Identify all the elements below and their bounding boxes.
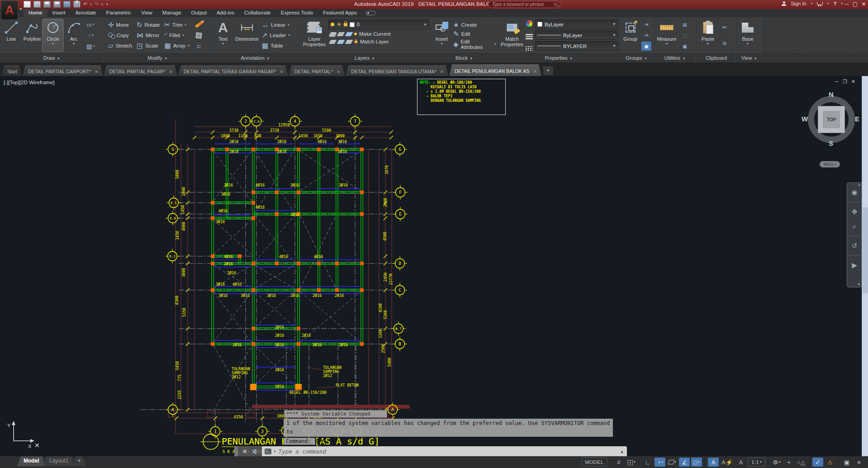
- edit-attributes-button[interactable]: ◈Edit Attributes▾: [452, 38, 497, 50]
- lasso-icon[interactable]: ⊂: [194, 42, 204, 51]
- mirror-button[interactable]: ⋈Mirror: [135, 30, 161, 41]
- cut-icon[interactable]: ✂: [720, 23, 730, 32]
- object-snap-tracking-toggle[interactable]: ∠: [679, 458, 690, 467]
- edit-block-button[interactable]: ✎Edit: [452, 29, 497, 38]
- copy-button[interactable]: Copy: [107, 30, 133, 41]
- annotation-monitor-toggle[interactable]: A: [735, 458, 746, 467]
- doc-minimize-icon[interactable]: ─: [835, 79, 839, 85]
- layer-combo[interactable]: ☀ 0 ▼: [328, 19, 429, 29]
- customization-menu-toggle[interactable]: ≡: [854, 458, 864, 467]
- annotation-scale-caret-icon[interactable]: ▾: [760, 460, 762, 464]
- panel-label-block[interactable]: Block▼: [431, 54, 498, 62]
- circle-caret-icon[interactable]: ▼: [52, 42, 55, 45]
- layer-row-icon-6[interactable]: [337, 40, 345, 44]
- zoom-icon[interactable]: ⌕: [849, 221, 859, 231]
- layer-on-icon[interactable]: [331, 23, 334, 26]
- layer-row-icon-8[interactable]: [355, 40, 357, 43]
- layout-tab-layout1[interactable]: Layout1: [43, 456, 75, 466]
- command-customize-icon[interactable]: ⚒: [251, 449, 258, 454]
- rectangle-tool-icon[interactable]: ▭▾: [85, 20, 95, 29]
- ungroup-icon[interactable]: ▫✕: [641, 20, 651, 29]
- drawing-viewport[interactable]: 22.647GE.5D.9D.1AGFEDCB.7BA1345671295037…: [0, 76, 868, 456]
- create-block-button[interactable]: ∗Create: [452, 20, 497, 29]
- stretch-button[interactable]: ▱Stretch: [107, 40, 133, 51]
- grid-display-toggle[interactable]: #: [613, 458, 624, 467]
- polar-tracking-caret-icon[interactable]: ▾: [661, 460, 663, 464]
- dimension-button[interactable]: ⌁⌁ Dimension: [233, 19, 261, 52]
- ribbon-tab-view[interactable]: View: [136, 9, 157, 17]
- panel-label-clipboard[interactable]: Clipboard: [697, 54, 736, 62]
- sign-in-button[interactable]: Sign In: [791, 1, 806, 6]
- store-caret-icon[interactable]: ▾: [827, 2, 829, 5]
- ribbon-tab-output[interactable]: Output: [186, 9, 212, 17]
- ribbon-tab-manage[interactable]: Manage: [157, 9, 186, 17]
- linear-button[interactable]: ↔Linear▾: [261, 20, 291, 29]
- arc-button[interactable]: Arc▼: [63, 19, 84, 52]
- measure-button[interactable]: Measure▼: [655, 19, 678, 52]
- logo-caret-icon[interactable]: ▼: [19, 7, 23, 11]
- linetype-combo[interactable]: BYLAYER▼: [535, 41, 618, 51]
- array-button[interactable]: ▦Array▾: [163, 40, 190, 51]
- match-layer-button[interactable]: Match Layer: [328, 38, 429, 45]
- panel-label-view[interactable]: View▼: [736, 54, 763, 62]
- file-tab-close-icon[interactable]: ✕: [280, 69, 283, 74]
- doc-close-icon[interactable]: ✕: [851, 79, 855, 85]
- layer-lock-icon[interactable]: [344, 23, 347, 26]
- doc-restore-icon[interactable]: ❐: [843, 79, 847, 85]
- ribbon-tab-add-ins[interactable]: Add-ins: [212, 9, 239, 17]
- viewcube-west[interactable]: W: [802, 115, 808, 123]
- object-snap-caret-icon[interactable]: ▾: [698, 460, 700, 464]
- workspace-settings-caret-icon[interactable]: ▾: [779, 460, 781, 464]
- fillet-button[interactable]: ◜Fillet▾: [163, 30, 190, 41]
- command-bar-grip[interactable]: [234, 446, 238, 456]
- orbit-icon[interactable]: ↺: [849, 241, 859, 251]
- erase-icon[interactable]: [194, 20, 204, 29]
- file-tab[interactable]: DETAIL PARTIAL TERAS GARASI PAGAR*✕: [178, 65, 288, 76]
- ribbon-tab-home[interactable]: Home: [24, 9, 47, 17]
- quick-select-icon[interactable]: ▤: [680, 20, 690, 29]
- line-button[interactable]: Line: [1, 19, 22, 52]
- annotation-autoscale-toggle[interactable]: A⚡: [720, 458, 734, 467]
- paste-caret-icon[interactable]: ▼: [707, 42, 710, 45]
- table-button[interactable]: ▦Table: [261, 41, 291, 50]
- pan-icon[interactable]: ✥: [849, 207, 859, 217]
- wcs-selector[interactable]: WCS ▾: [820, 161, 840, 167]
- layer-row-icon-3[interactable]: [345, 32, 353, 36]
- maximize-button[interactable]: ▢: [851, 0, 859, 9]
- command-input[interactable]: >_ ▾ Type a command ▲: [262, 446, 627, 456]
- edit-attributes-caret-icon[interactable]: ▾: [494, 43, 496, 46]
- copy-clip-icon[interactable]: ⧉: [720, 39, 730, 48]
- ellipse-tool-icon[interactable]: ◌▾: [85, 31, 95, 40]
- move-button[interactable]: ✢Move: [107, 20, 133, 30]
- annotation-monitor-plus-toggle[interactable]: +: [783, 458, 794, 467]
- panel-label-utilities[interactable]: Utilities▼: [654, 54, 697, 62]
- color-combo-caret-icon[interactable]: ▼: [612, 22, 616, 26]
- command-recent-caret-icon[interactable]: ▾: [274, 449, 276, 454]
- new-drawing-tab-button[interactable]: +: [543, 66, 553, 75]
- sign-in-caret-icon[interactable]: ▾: [811, 2, 813, 5]
- hatch-tool-icon[interactable]: ▨▾: [85, 42, 95, 51]
- measure-caret-icon[interactable]: ▼: [665, 42, 669, 45]
- group-edit-icon[interactable]: ▫✎: [641, 31, 651, 40]
- arc-caret-icon[interactable]: ▼: [72, 42, 76, 45]
- panel-label-draw[interactable]: Draw▼: [0, 54, 104, 62]
- viewcube-east[interactable]: E: [855, 115, 859, 123]
- scrollbar-thumb[interactable]: [863, 207, 868, 293]
- leader-button[interactable]: ↗Leader▾: [261, 31, 291, 40]
- file-tab[interactable]: DETAIL PENULANGAN BALOK AS✕: [449, 64, 541, 76]
- snap-mode-caret-icon[interactable]: ▾: [634, 460, 636, 464]
- rotate-button[interactable]: ↻Rotate: [135, 20, 161, 30]
- file-tab[interactable]: Start: [2, 65, 22, 76]
- layer-properties-button[interactable]: Layer Properties: [300, 19, 328, 52]
- vertical-scrollbar[interactable]: [862, 76, 868, 456]
- annotation-scale-toggle[interactable]: 1:1▾: [748, 458, 765, 467]
- layer-row-icon-2[interactable]: [337, 32, 345, 36]
- ribbon-tab-insert[interactable]: Insert: [47, 9, 71, 17]
- ribbon-tab-parametric[interactable]: Parametric: [101, 9, 137, 17]
- lineweight-caret-icon[interactable]: ▼: [612, 33, 616, 37]
- file-tab[interactable]: DETAIL PEMBESIAN TANGGA UTAMA*✕: [346, 65, 448, 76]
- navbar-collapse-icon[interactable]: ▾: [858, 282, 860, 287]
- file-tab[interactable]: DETAIL PARTIAL PAGAR*✕: [104, 65, 177, 76]
- insert-caret-icon[interactable]: ▼: [440, 42, 443, 45]
- group-button[interactable]: Group: [621, 19, 640, 52]
